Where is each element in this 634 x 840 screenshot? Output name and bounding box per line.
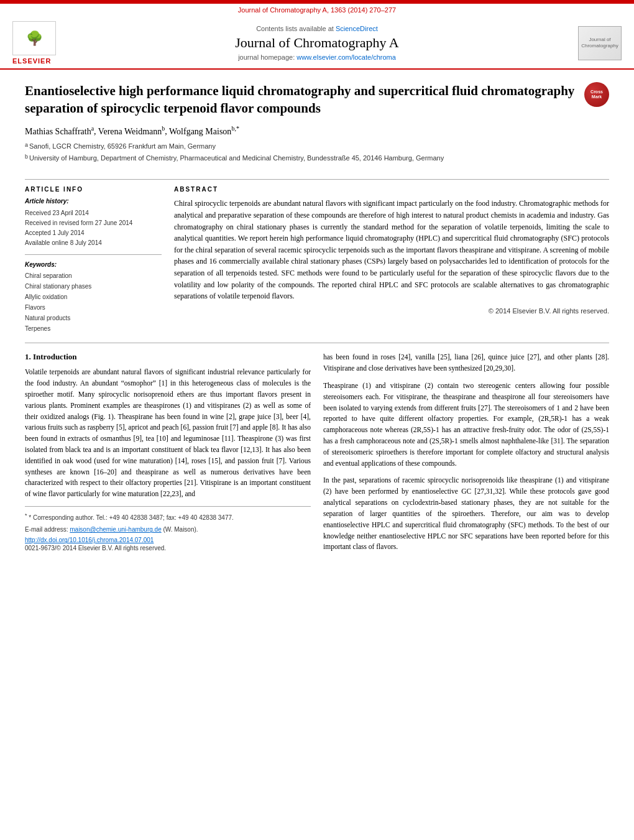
star-sup-footnote: * (25, 512, 27, 519)
body-columns: 1. Introduction Volatile terpenoids are … (25, 343, 609, 559)
received-revised-date: Received in revised form 27 June 2014 (25, 218, 162, 228)
affiliation-sup-a: a (25, 141, 28, 150)
article-info-column: ARTICLE INFO Article history: Received 2… (25, 186, 162, 334)
abstract-text: Chiral spirocyclic terpenoids are abunda… (174, 198, 609, 302)
article-info-label: ARTICLE INFO (25, 186, 162, 193)
keywords-box: Keywords: Chiral separation Chiral stati… (25, 261, 162, 334)
article-history-box: Article history: Received 23 April 2014 … (25, 198, 162, 255)
keyword-4: Flavors (25, 302, 162, 313)
crossmark-icon: CrossMark (584, 82, 609, 107)
doi-link[interactable]: http://dx.doi.org/10.1016/j.chroma.2014.… (25, 537, 154, 543)
history-label: Article history: (25, 198, 162, 205)
journal-ref-text: Journal of Chromatography A, 1363 (2014)… (238, 6, 396, 14)
keywords-label: Keywords: (25, 261, 162, 268)
keyword-5: Natural products (25, 313, 162, 323)
keyword-2: Chiral stationary phases (25, 281, 162, 292)
keyword-1: Chiral separation (25, 270, 162, 281)
article-title: Enantioselective high performance liquid… (25, 82, 575, 118)
section-title-intro: 1. Introduction (25, 352, 311, 362)
article-title-section: Enantioselective high performance liquid… (25, 82, 609, 172)
elsevier-tree-icon: 🌳 (26, 30, 43, 47)
elsevier-logo-box: 🌳 (12, 21, 56, 55)
right-journal-logo: Journal ofChromatography (578, 26, 622, 60)
journal-ref-bar: Journal of Chromatography A, 1363 (2014)… (0, 4, 634, 16)
authors-line: Mathias Schaffratha, Verena Weidmannb, W… (25, 125, 575, 137)
email-link[interactable]: maison@chemie.uni-hamburg.de (70, 526, 161, 533)
body-left-column: 1. Introduction Volatile terpenoids are … (25, 352, 311, 559)
author-sup-b2: b,* (231, 125, 239, 132)
info-abstract-columns: ARTICLE INFO Article history: Received 2… (25, 179, 609, 334)
science-direct-bar: Contents lists available at ScienceDirec… (68, 25, 566, 32)
received-date: Received 23 April 2014 (25, 208, 162, 218)
affiliation-b: b University of Hamburg, Department of C… (25, 153, 575, 164)
copyright-line: © 2014 Elsevier B.V. All rights reserved… (174, 307, 609, 315)
available-date: Available online 8 July 2014 (25, 238, 162, 248)
accepted-date: Accepted 1 July 2014 (25, 228, 162, 238)
affiliation-sup-b: b (25, 153, 28, 162)
keyword-6: Terpenes (25, 323, 162, 334)
journal-homepage-link[interactable]: www.elsevier.com/locate/chroma (296, 53, 396, 61)
journal-homepage-bar: journal homepage: www.elsevier.com/locat… (68, 53, 566, 61)
science-direct-link[interactable]: ScienceDirect (336, 25, 378, 32)
corresponding-text: * Corresponding author. Tel.: +49 40 428… (29, 514, 234, 521)
elsevier-logo: 🌳 ELSEVIER (12, 21, 56, 65)
keyword-3: Allylic oxidation (25, 292, 162, 302)
author-sup-a: a (91, 125, 94, 132)
affiliation-a-text: Sanofi, LGCR Chemistry, 65926 Frankfurt … (29, 141, 216, 152)
abstract-column: ABSTRACT Chiral spirocyclic terpenoids a… (174, 186, 609, 334)
article-title-text: Enantioselective high performance liquid… (25, 82, 575, 172)
email-footnote: E-mail address: maison@chemie.uni-hambur… (25, 525, 311, 534)
intro-para-4: In the past, separations of racemic spir… (323, 475, 609, 553)
elsevier-name-text: ELSEVIER (12, 57, 51, 65)
main-content: Enantioselective high performance liquid… (0, 70, 634, 571)
email-person: (W. Maison). (163, 526, 198, 533)
intro-para-1: Volatile terpenoids are abundant natural… (25, 367, 311, 500)
intro-para-2: has been found in roses [24], vanilla [2… (323, 352, 609, 374)
section-title-text: Introduction (33, 352, 77, 361)
footer-section: * * Corresponding author. Tel.: +49 40 4… (25, 506, 311, 552)
header-center: Contents lists available at ScienceDirec… (56, 25, 578, 61)
section-number: 1. (25, 352, 31, 361)
journal-header: 🌳 ELSEVIER Contents lists available at S… (0, 16, 634, 70)
corresponding-note: * * Corresponding author. Tel.: +49 40 4… (25, 512, 311, 522)
doi-line: http://dx.doi.org/10.1016/j.chroma.2014.… (25, 537, 311, 543)
author-sup-b1: b (162, 125, 165, 132)
affiliation-a: a Sanofi, LGCR Chemistry, 65926 Frankfur… (25, 141, 575, 152)
journal-title-header: Journal of Chromatography A (68, 35, 566, 51)
issn-line: 0021-9673/© 2014 Elsevier B.V. All right… (25, 545, 311, 552)
body-right-column: has been found in roses [24], vanilla [2… (323, 352, 609, 559)
page-container: Journal of Chromatography A, 1363 (2014)… (0, 0, 634, 840)
email-label: E-mail address: (25, 526, 68, 533)
intro-para-3: Theaspirane (1) and vitispirane (2) cont… (323, 381, 609, 469)
affiliations: a Sanofi, LGCR Chemistry, 65926 Frankfur… (25, 141, 575, 163)
abstract-label: ABSTRACT (174, 186, 609, 193)
affiliation-b-text: University of Hamburg, Department of Che… (29, 153, 444, 164)
crossmark-badge[interactable]: CrossMark (584, 82, 609, 107)
